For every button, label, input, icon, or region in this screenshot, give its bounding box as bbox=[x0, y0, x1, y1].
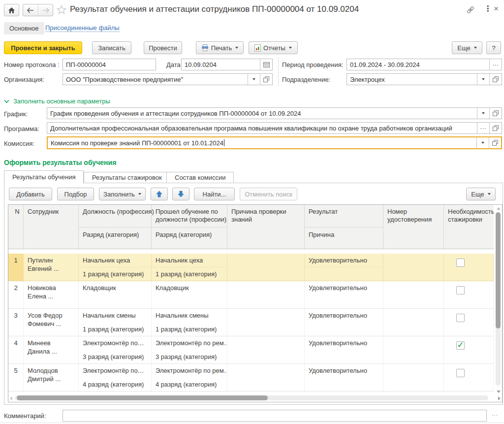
protocol-label: Номер протокола : bbox=[4, 61, 60, 68]
open-form-icon bbox=[493, 125, 499, 131]
schedule-dropdown-button[interactable] bbox=[477, 108, 489, 119]
params-group-header[interactable]: Заполнить основные параметры bbox=[4, 98, 110, 105]
forward-button[interactable] bbox=[38, 4, 53, 16]
caret-down-icon bbox=[481, 142, 484, 144]
table-row[interactable]: 2 Новикова Елена ... Кладовщик Кладовщик… bbox=[8, 281, 494, 309]
internship-checkbox[interactable] bbox=[456, 286, 465, 294]
column-separator bbox=[278, 58, 279, 86]
chevron-down-icon bbox=[4, 99, 9, 103]
col-header-position[interactable]: Должность (профессия)Разряд (категория) bbox=[79, 205, 152, 249]
back-button[interactable] bbox=[23, 4, 38, 16]
table-row[interactable]: 3 Усов Федор Фомевич ... Начальник смены… bbox=[8, 309, 494, 336]
post-button[interactable]: Провести bbox=[144, 41, 182, 54]
internship-checkbox[interactable] bbox=[456, 341, 465, 350]
caret-down-icon bbox=[488, 193, 491, 195]
protocol-input[interactable]: ПП-00000004 bbox=[63, 59, 156, 70]
program-choose-button[interactable]: ... bbox=[477, 123, 489, 133]
help-button[interactable]: ? bbox=[486, 41, 501, 54]
table-row[interactable]: 1 Путилин Евгений ... Начальник цеха1 ра… bbox=[8, 254, 494, 281]
vertical-scrollbar[interactable] bbox=[494, 205, 502, 395]
ellipsis-icon: ... bbox=[492, 60, 499, 67]
scroll-right-icon[interactable] bbox=[498, 396, 501, 400]
tab-attachments[interactable]: Присоединенные файлы bbox=[45, 24, 120, 32]
org-input[interactable]: ООО "Производственное предприятие" bbox=[63, 73, 273, 85]
open-form-icon bbox=[493, 110, 499, 116]
more-button[interactable]: Еще bbox=[452, 41, 482, 54]
commission-dropdown-button[interactable] bbox=[476, 137, 489, 148]
horizontal-scrollbar[interactable] bbox=[8, 394, 502, 401]
dept-input[interactable]: Электроцех bbox=[346, 73, 502, 85]
period-choose-button[interactable]: ... bbox=[489, 59, 502, 70]
kebab-menu-icon[interactable]: ⋮ bbox=[484, 4, 492, 13]
move-down-button[interactable] bbox=[172, 188, 189, 200]
org-open-button[interactable] bbox=[260, 74, 272, 85]
col-header-cert[interactable]: Номер удостоверения bbox=[383, 205, 444, 249]
move-up-button[interactable] bbox=[151, 188, 168, 200]
cancel-search-button[interactable]: Отменить поиск bbox=[240, 188, 297, 200]
internship-checkbox[interactable] bbox=[456, 369, 465, 377]
reports-button[interactable]: Отчеты bbox=[249, 41, 298, 54]
org-label: Организация: bbox=[4, 76, 44, 83]
window-bottom-border bbox=[0, 423, 504, 423]
horizontal-scroll-thumb[interactable] bbox=[17, 395, 268, 400]
internship-checkbox[interactable] bbox=[456, 314, 465, 322]
comment-input[interactable] bbox=[63, 410, 487, 422]
find-button[interactable]: Найти... bbox=[194, 188, 235, 200]
org-dropdown-button[interactable] bbox=[248, 74, 260, 85]
col-header-internship[interactable]: Необходимость стажировки bbox=[444, 205, 494, 249]
history-nav-group bbox=[23, 4, 53, 16]
scroll-left-icon[interactable] bbox=[10, 396, 12, 400]
caret-down-icon bbox=[482, 78, 485, 80]
home-icon bbox=[8, 7, 15, 14]
table-row[interactable]: 5 Молодцов Дмитрий ... Электромонтёр по…… bbox=[8, 364, 494, 391]
write-button[interactable]: Записать bbox=[92, 41, 131, 54]
table-header: N Сотрудник Должность (профессия)Разряд … bbox=[8, 205, 494, 249]
tab-commission-members[interactable]: Состав комиссии bbox=[166, 172, 234, 183]
home-button[interactable] bbox=[4, 4, 19, 16]
col-header-trained[interactable]: Прошел обучение по должности (профессии)… bbox=[152, 205, 227, 249]
vertical-scroll-thumb[interactable] bbox=[496, 212, 501, 328]
commission-input[interactable]: Комиссия по проверке знаний ПП-00000001 … bbox=[47, 136, 502, 149]
favorite-star-icon[interactable] bbox=[57, 5, 66, 16]
report-icon bbox=[254, 44, 261, 52]
schedule-input[interactable]: График проведения обучения и аттестации … bbox=[47, 107, 502, 119]
open-form-icon bbox=[492, 140, 498, 146]
calendar-button[interactable] bbox=[260, 59, 272, 70]
scroll-up-icon[interactable] bbox=[497, 207, 501, 210]
schedule-open-button[interactable] bbox=[489, 108, 502, 119]
col-header-num[interactable]: N bbox=[8, 205, 24, 249]
date-input[interactable]: 10.09.0204 bbox=[181, 59, 273, 70]
period-input[interactable]: 01.09.2024 - 30.09.2024 ... bbox=[346, 59, 502, 70]
col-header-reason[interactable]: Причина проверки знаний bbox=[227, 205, 305, 249]
program-open-button[interactable] bbox=[489, 123, 502, 133]
comment-choose-button[interactable]: ... bbox=[492, 410, 498, 417]
table-more-button[interactable]: Еще bbox=[466, 188, 496, 200]
internship-checkbox[interactable] bbox=[456, 259, 465, 267]
arrow-left-icon bbox=[27, 7, 34, 13]
close-icon[interactable]: × bbox=[494, 4, 499, 14]
tab-main[interactable]: Основное bbox=[4, 22, 44, 34]
calendar-icon bbox=[263, 62, 270, 67]
dept-dropdown-button[interactable] bbox=[477, 74, 489, 85]
arrow-down-icon bbox=[178, 191, 184, 197]
caret-down-icon bbox=[138, 193, 141, 195]
dept-open-button[interactable] bbox=[489, 74, 502, 85]
program-input[interactable]: Дополнительная профессиональная образова… bbox=[47, 122, 502, 134]
add-row-button[interactable]: Добавить bbox=[9, 188, 52, 200]
tab-training-results[interactable]: Результаты обучения bbox=[4, 170, 84, 183]
open-form-icon bbox=[493, 76, 499, 82]
col-header-result[interactable]: РезультатПричина bbox=[305, 205, 383, 249]
scroll-down-icon[interactable] bbox=[497, 391, 501, 393]
commission-open-button[interactable] bbox=[489, 137, 501, 148]
pick-button[interactable]: Подбор bbox=[57, 188, 94, 200]
header-gap bbox=[8, 249, 502, 254]
post-and-close-button[interactable]: Провести и закрыть bbox=[4, 41, 82, 54]
fill-button[interactable]: Заполнить bbox=[99, 188, 146, 200]
table-row[interactable]: 4 Минеев Данила ... Электромонтёр по…3 р… bbox=[8, 336, 494, 364]
print-button[interactable]: Печать bbox=[196, 41, 244, 54]
commission-label: Комиссия: bbox=[4, 140, 34, 147]
text-cursor bbox=[224, 139, 224, 146]
get-link-icon[interactable] bbox=[466, 6, 475, 15]
col-header-employee[interactable]: Сотрудник bbox=[24, 205, 79, 249]
tab-internship-results[interactable]: Результаты стажировок bbox=[84, 172, 170, 183]
